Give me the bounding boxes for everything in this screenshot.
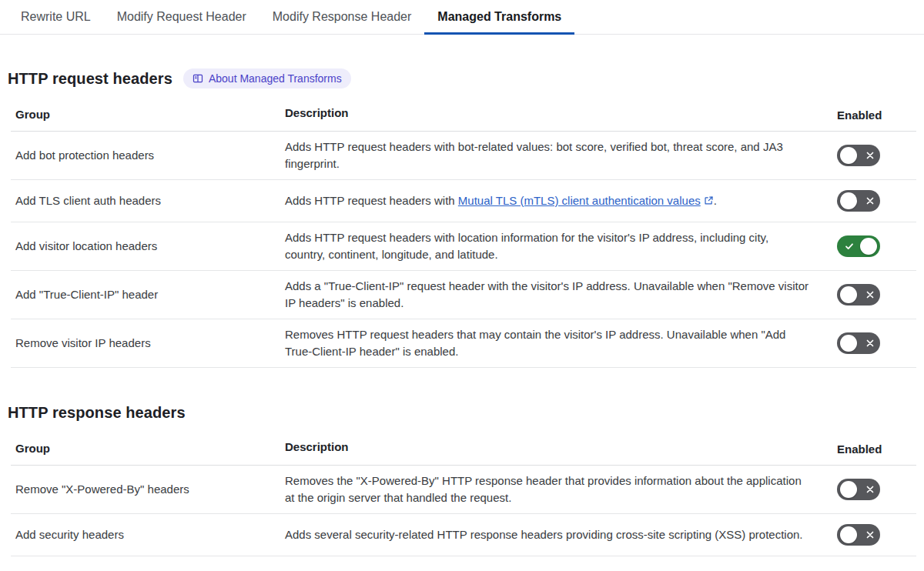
check-icon xyxy=(845,242,854,253)
table-row: Add security headers Adds several securi… xyxy=(11,514,916,556)
book-icon xyxy=(192,73,203,84)
description-text: . xyxy=(714,194,717,207)
description-cell: Removes HTTP request headers that may co… xyxy=(285,326,835,360)
table-row: Remove "X-Powered-By" headers Removes th… xyxy=(11,466,916,514)
group-cell: Add bot protection headers xyxy=(11,147,285,164)
enabled-toggle[interactable] xyxy=(837,479,880,500)
column-header-group: Group xyxy=(11,108,285,122)
group-cell: Add security headers xyxy=(11,526,285,543)
tab-managed-transforms[interactable]: Managed Transforms xyxy=(424,0,574,35)
description-cell: Adds HTTP request headers with location … xyxy=(285,229,835,263)
description-cell: Adds several security-related HTTP respo… xyxy=(285,526,835,543)
table-row: Remove visitor IP headers Removes HTTP r… xyxy=(11,319,916,368)
column-header-group: Group xyxy=(11,442,285,456)
tab-bar: Rewrite URL Modify Request Header Modify… xyxy=(0,0,924,35)
toggle-knob xyxy=(840,147,857,164)
badge-label: About Managed Transforms xyxy=(209,72,342,85)
enabled-toggle[interactable] xyxy=(837,190,880,212)
x-icon xyxy=(865,530,875,542)
table-row: Add bot protection headers Adds HTTP req… xyxy=(11,132,916,180)
column-header-enabled: Enabled xyxy=(835,442,916,456)
column-header-description: Description xyxy=(285,439,835,456)
request-headers-table: Group Description Enabled Add bot protec… xyxy=(11,99,916,368)
enabled-toggle[interactable] xyxy=(837,332,880,354)
external-link-icon xyxy=(704,193,714,210)
x-icon xyxy=(865,151,875,162)
table-row: Add visitor location headers Adds HTTP r… xyxy=(11,222,916,271)
request-section-title: HTTP request headers xyxy=(8,70,172,88)
enabled-toggle[interactable] xyxy=(837,145,880,166)
table-row: Add "True-Client-IP" header Adds a "True… xyxy=(11,271,916,319)
description-cell: Adds a "True-Client-IP" request header w… xyxy=(285,278,835,312)
description-cell: Adds HTTP request headers with bot-relat… xyxy=(285,139,835,172)
toggle-knob xyxy=(840,526,857,543)
tab-modify-request-header[interactable]: Modify Request Header xyxy=(104,0,259,35)
toggle-knob xyxy=(840,286,857,303)
group-cell: Add TLS client auth headers xyxy=(11,192,285,209)
description-cell: Adds HTTP request headers with Mutual TL… xyxy=(285,192,835,210)
enabled-toggle[interactable] xyxy=(837,524,880,546)
response-headers-section: HTTP response headers Group Description … xyxy=(0,402,924,556)
tab-modify-response-header[interactable]: Modify Response Header xyxy=(259,0,425,35)
response-section-title: HTTP response headers xyxy=(8,404,186,422)
response-headers-table: Group Description Enabled Remove "X-Powe… xyxy=(11,433,916,556)
table-header-row: Group Description Enabled xyxy=(11,433,916,466)
enabled-toggle[interactable] xyxy=(837,284,880,306)
toggle-knob xyxy=(840,335,857,352)
group-cell: Remove "X-Powered-By" headers xyxy=(11,481,285,498)
description-text: Adds HTTP request headers with xyxy=(285,194,458,207)
request-headers-section: HTTP request headers About Managed Trans… xyxy=(0,68,924,368)
group-cell: Add visitor location headers xyxy=(11,238,285,255)
group-cell: Remove visitor IP headers xyxy=(11,335,285,352)
column-header-enabled: Enabled xyxy=(835,109,916,122)
about-managed-transforms-link[interactable]: About Managed Transforms xyxy=(183,68,351,88)
table-row: Add TLS client auth headers Adds HTTP re… xyxy=(11,180,916,222)
toggle-knob xyxy=(840,481,857,498)
column-header-description: Description xyxy=(285,105,835,122)
tab-rewrite-url[interactable]: Rewrite URL xyxy=(8,0,104,35)
x-icon xyxy=(865,485,875,496)
mtls-docs-link[interactable]: Mutual TLS (mTLS) client authentication … xyxy=(458,194,701,207)
x-icon xyxy=(865,339,875,350)
description-cell: Removes the "X-Powered-By" HTTP response… xyxy=(285,472,835,506)
table-header-row: Group Description Enabled xyxy=(11,99,916,132)
group-cell: Add "True-Client-IP" header xyxy=(11,286,285,303)
x-icon xyxy=(865,196,875,208)
toggle-knob xyxy=(860,238,877,255)
toggle-knob xyxy=(840,192,857,209)
x-icon xyxy=(865,290,875,302)
enabled-toggle[interactable] xyxy=(837,235,880,257)
